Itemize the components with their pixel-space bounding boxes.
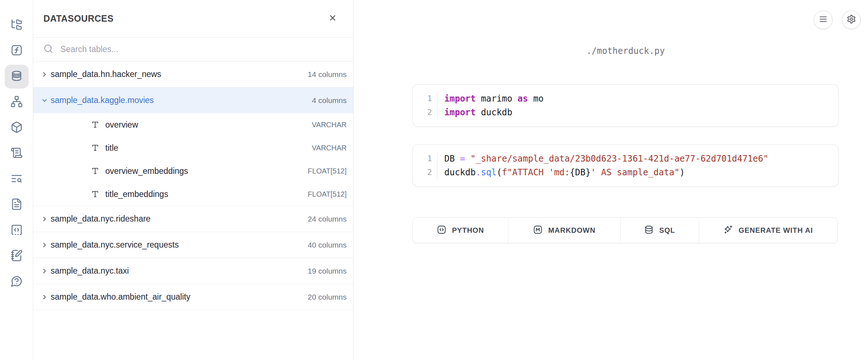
table-column-count: 14 columns xyxy=(308,70,347,79)
table-column-count: 19 columns xyxy=(308,267,347,275)
type-text-icon xyxy=(91,144,99,152)
table-row[interactable]: sample_data.hn.hacker_news 14 columns xyxy=(33,61,353,87)
chevron-right-icon xyxy=(41,293,48,301)
type-text-icon xyxy=(91,121,99,129)
dependency-graph-icon xyxy=(10,95,23,109)
code-editor[interactable]: DB = "_share/sample_data/23b0d623-1361-4… xyxy=(437,152,838,179)
generate-with-ai-button[interactable]: GENERATE WITH AI xyxy=(699,218,837,243)
column-name: title xyxy=(105,143,306,153)
code-square-icon xyxy=(437,225,446,236)
tables-list: sample_data.hn.hacker_news 14 columns sa… xyxy=(33,61,353,310)
table-column-count: 20 columns xyxy=(308,293,347,301)
add-button-label: GENERATE WITH AI xyxy=(738,226,813,235)
sidebar-item-scratchpad[interactable] xyxy=(5,244,29,268)
table-row[interactable]: sample_data.who.ambient_air_quality 20 c… xyxy=(33,284,353,310)
add-cell-toolbar: PYTHON MARKDOWN SQL GENERATE WITH AI xyxy=(412,217,838,243)
search-icon xyxy=(43,44,53,55)
column-row[interactable]: title_embeddings FLOAT[512] xyxy=(33,183,353,206)
table-group: sample_data.kaggle.movies 4 columns over… xyxy=(33,87,353,206)
table-name: sample_data.kaggle.movies xyxy=(51,95,310,105)
sidebar-item-variables[interactable] xyxy=(5,39,29,63)
marimo-app: DATASOURCES sample_data.hn.hacker_news 1… xyxy=(0,0,868,360)
add-markdown-cell-button[interactable]: MARKDOWN xyxy=(508,218,621,243)
sidebar-item-file-explorer[interactable] xyxy=(5,13,29,37)
packages-icon xyxy=(10,121,23,135)
chevron-right-icon xyxy=(41,215,48,223)
table-group: sample_data.hn.hacker_news 14 columns xyxy=(33,61,353,87)
sidebar-item-documentation[interactable] xyxy=(5,193,29,217)
column-type: FLOAT[512] xyxy=(308,190,347,198)
documentation-icon xyxy=(10,198,23,212)
sidebar-item-datasources[interactable] xyxy=(5,65,29,89)
sidebar-item-packages[interactable] xyxy=(5,116,29,140)
type-text-icon xyxy=(91,167,99,175)
add-button-label: PYTHON xyxy=(452,226,484,235)
settings-gear-icon xyxy=(847,14,856,25)
chevron-right-icon xyxy=(41,70,48,78)
close-panel-button[interactable] xyxy=(326,13,339,25)
table-group: sample_data.nyc.taxi 19 columns xyxy=(33,258,353,284)
code-cell[interactable]: 12 DB = "_share/sample_data/23b0d623-136… xyxy=(412,144,839,187)
help-chat-icon xyxy=(10,275,23,289)
close-icon xyxy=(328,13,337,24)
column-row[interactable]: title VARCHAR xyxy=(33,136,353,159)
column-type: VARCHAR xyxy=(312,144,347,152)
table-name: sample_data.nyc.taxi xyxy=(51,266,306,276)
search-input[interactable] xyxy=(60,44,346,55)
add-sql-cell-button[interactable]: SQL xyxy=(621,218,699,243)
variables-icon xyxy=(10,44,23,58)
logs-icon xyxy=(10,147,23,160)
chevron-down-icon xyxy=(41,97,48,104)
sidebar-item-snippets[interactable] xyxy=(5,219,29,243)
table-search xyxy=(33,38,353,61)
table-column-count: 40 columns xyxy=(308,241,347,249)
sidebar-item-search-logs[interactable] xyxy=(5,167,29,191)
column-type: VARCHAR xyxy=(312,121,347,129)
column-type: FLOAT[512] xyxy=(308,167,347,175)
table-row[interactable]: sample_data.nyc.service_requests 40 colu… xyxy=(33,232,353,258)
column-row[interactable]: overview VARCHAR xyxy=(33,113,353,136)
table-name: sample_data.hn.hacker_news xyxy=(51,69,306,79)
add-python-cell-button[interactable]: PYTHON xyxy=(413,218,508,243)
table-row[interactable]: sample_data.nyc.rideshare 24 columns xyxy=(33,206,353,232)
datasources-icon xyxy=(10,70,23,83)
sidebar-item-logs[interactable] xyxy=(5,142,29,166)
panel-header: DATASOURCES xyxy=(33,0,353,38)
menu-icon xyxy=(818,14,828,25)
type-text-icon xyxy=(91,190,99,198)
notebook-filename[interactable]: ./motherduck.py xyxy=(412,46,839,56)
sparkles-icon xyxy=(723,225,733,236)
notebook-area: ./motherduck.py 12 import marimo as moim… xyxy=(353,0,868,360)
code-editor[interactable]: import marimo as moimport duckdb xyxy=(437,92,838,119)
sidebar-item-help[interactable] xyxy=(5,270,29,294)
table-name: sample_data.nyc.rideshare xyxy=(51,214,306,224)
search-logs-icon xyxy=(10,172,23,186)
column-name: title_embeddings xyxy=(105,189,302,199)
markdown-icon xyxy=(533,225,543,236)
table-name: sample_data.nyc.service_requests xyxy=(51,240,306,250)
column-row[interactable]: overview_embeddings FLOAT[512] xyxy=(33,159,353,183)
sidebar-item-dependencies[interactable] xyxy=(5,90,29,114)
line-numbers: 12 xyxy=(413,92,437,119)
panel-title: DATASOURCES xyxy=(43,13,114,24)
table-column-count: 24 columns xyxy=(308,215,347,223)
topbar-actions xyxy=(814,10,861,29)
add-button-label: SQL xyxy=(659,226,675,235)
table-row[interactable]: sample_data.nyc.taxi 19 columns xyxy=(33,258,353,284)
snippets-icon xyxy=(10,224,23,237)
table-column-count: 4 columns xyxy=(312,96,347,105)
settings-button[interactable] xyxy=(842,10,861,29)
table-group: sample_data.nyc.rideshare 24 columns xyxy=(33,206,353,232)
line-numbers: 12 xyxy=(413,152,437,179)
chevron-right-icon xyxy=(41,241,48,249)
add-button-label: MARKDOWN xyxy=(548,226,596,235)
table-group: sample_data.who.ambient_air_quality 20 c… xyxy=(33,284,353,310)
database-icon xyxy=(644,225,654,236)
table-name: sample_data.who.ambient_air_quality xyxy=(51,292,306,302)
scratchpad-icon xyxy=(10,249,23,263)
table-row-selected[interactable]: sample_data.kaggle.movies 4 columns xyxy=(33,87,353,113)
table-group: sample_data.nyc.service_requests 40 colu… xyxy=(33,232,353,258)
column-name: overview xyxy=(105,120,306,130)
code-cell[interactable]: 12 import marimo as moimport duckdb xyxy=(412,84,839,127)
notebook-menu-button[interactable] xyxy=(814,10,833,29)
